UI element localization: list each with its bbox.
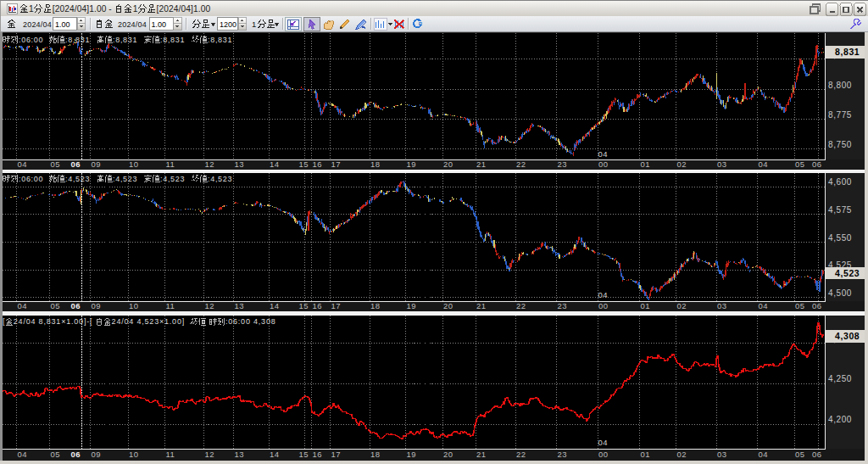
svg-text:4,308: 4,308 xyxy=(835,331,860,341)
svg-text:1.00: 1.00 xyxy=(152,20,167,29)
svg-text:21: 21 xyxy=(476,159,486,169)
svg-text::4,523: :4,523 xyxy=(208,175,232,183)
svg-text:01: 01 xyxy=(641,301,650,310)
svg-text:11: 11 xyxy=(166,301,175,310)
svg-text:09: 09 xyxy=(92,159,101,169)
svg-text:8,775: 8,775 xyxy=(828,110,852,120)
svg-text:24/04 4,523×1.00]: 24/04 4,523×1.00] xyxy=(112,317,185,326)
svg-text:06: 06 xyxy=(71,450,81,459)
svg-text:19: 19 xyxy=(407,450,416,459)
svg-text::4,523: :4,523 xyxy=(160,175,185,183)
svg-text:4,523: 4,523 xyxy=(835,268,860,278)
svg-text:02: 02 xyxy=(677,159,687,169)
svg-text:10: 10 xyxy=(129,450,138,459)
svg-text:8,800: 8,800 xyxy=(828,81,852,90)
svg-text:02: 02 xyxy=(677,301,687,310)
svg-text:20: 20 xyxy=(443,450,453,459)
svg-text:05: 05 xyxy=(51,450,60,459)
svg-text::8,831: :8,831 xyxy=(160,36,185,44)
svg-text:[2024/04]1.00: [2024/04]1.00 xyxy=(157,4,211,14)
svg-text:06: 06 xyxy=(812,450,821,459)
svg-text:22: 22 xyxy=(516,450,526,459)
svg-text:05: 05 xyxy=(51,159,60,169)
svg-text::06:00: :06:00 xyxy=(19,175,43,183)
svg-text:04: 04 xyxy=(759,301,768,310)
svg-text:13: 13 xyxy=(235,450,244,459)
svg-text:22: 22 xyxy=(516,159,526,169)
svg-text:19: 19 xyxy=(407,159,416,169)
svg-text:00: 00 xyxy=(598,301,608,310)
svg-text:16: 16 xyxy=(313,159,322,169)
svg-text:2024/04: 2024/04 xyxy=(118,20,147,29)
svg-text:17: 17 xyxy=(331,159,341,169)
svg-text:01: 01 xyxy=(641,450,650,459)
svg-text:13: 13 xyxy=(235,301,244,310)
svg-text:05: 05 xyxy=(51,301,60,310)
svg-text:03: 03 xyxy=(717,450,726,459)
svg-text:1200: 1200 xyxy=(220,20,236,29)
svg-text:04: 04 xyxy=(598,438,608,447)
svg-text::4,523: :4,523 xyxy=(65,175,90,183)
svg-text:04: 04 xyxy=(759,450,768,459)
svg-text:R: R xyxy=(419,21,423,26)
svg-text:18: 18 xyxy=(370,450,380,459)
svg-text:04: 04 xyxy=(18,301,27,310)
svg-text:12: 12 xyxy=(205,450,214,459)
svg-text:1: 1 xyxy=(29,4,34,14)
svg-text:22: 22 xyxy=(516,301,526,310)
svg-text:4,250: 4,250 xyxy=(828,374,852,383)
svg-text:16: 16 xyxy=(313,301,322,310)
svg-text:15: 15 xyxy=(299,159,309,169)
svg-text:1: 1 xyxy=(133,4,138,14)
svg-text:13: 13 xyxy=(235,159,244,169)
svg-text::8,831: :8,831 xyxy=(208,36,232,44)
svg-text:20: 20 xyxy=(443,159,453,169)
svg-text:14: 14 xyxy=(270,450,279,459)
svg-text:10: 10 xyxy=(129,301,138,310)
svg-text:09: 09 xyxy=(92,301,101,310)
svg-text:21: 21 xyxy=(476,450,486,459)
svg-text:14: 14 xyxy=(270,159,279,169)
svg-text::8,831: :8,831 xyxy=(113,36,137,44)
svg-text:05: 05 xyxy=(795,301,804,310)
svg-text:03: 03 xyxy=(717,301,726,310)
svg-text:11: 11 xyxy=(166,450,175,459)
svg-text:4,600: 4,600 xyxy=(828,177,852,187)
svg-text:8,831: 8,831 xyxy=(835,47,860,57)
svg-text:00: 00 xyxy=(598,450,608,459)
svg-text:02: 02 xyxy=(677,450,687,459)
svg-text:01: 01 xyxy=(641,159,650,169)
svg-text:4,575: 4,575 xyxy=(828,205,852,215)
svg-text:04: 04 xyxy=(18,159,27,169)
svg-text::4,523: :4,523 xyxy=(113,175,137,183)
svg-text:4,550: 4,550 xyxy=(828,233,852,243)
svg-text:1: 1 xyxy=(252,20,256,29)
svg-text:[2024/04]1.00 -: [2024/04]1.00 - xyxy=(53,4,112,14)
svg-text:03: 03 xyxy=(717,159,726,169)
svg-text:06: 06 xyxy=(71,159,81,169)
svg-text:20: 20 xyxy=(443,301,453,310)
svg-text:10: 10 xyxy=(129,159,138,169)
svg-text:1.00: 1.00 xyxy=(55,20,70,29)
svg-text:00: 00 xyxy=(598,159,608,169)
svg-text:14: 14 xyxy=(270,301,279,310)
svg-text:05: 05 xyxy=(795,450,804,459)
svg-text:24/04 8,831×1.00]-[: 24/04 8,831×1.00]-[ xyxy=(14,317,93,326)
svg-text:12: 12 xyxy=(205,301,214,310)
svg-text:18: 18 xyxy=(370,159,380,169)
svg-text::8,831: :8,831 xyxy=(65,36,90,44)
svg-text:06: 06 xyxy=(812,159,821,169)
svg-text:8,750: 8,750 xyxy=(828,140,852,149)
svg-text:21: 21 xyxy=(476,301,486,310)
svg-text:09: 09 xyxy=(92,450,101,459)
svg-text:06: 06 xyxy=(812,301,821,310)
svg-text:04: 04 xyxy=(598,290,608,299)
svg-text:18: 18 xyxy=(370,301,380,310)
svg-text:17: 17 xyxy=(331,301,341,310)
svg-text:11: 11 xyxy=(166,159,175,169)
svg-text:16: 16 xyxy=(313,450,322,459)
svg-text:23: 23 xyxy=(558,450,567,459)
svg-text::06:00 4,308: :06:00 4,308 xyxy=(225,317,276,326)
svg-text:04: 04 xyxy=(18,450,27,459)
svg-text:19: 19 xyxy=(407,301,416,310)
